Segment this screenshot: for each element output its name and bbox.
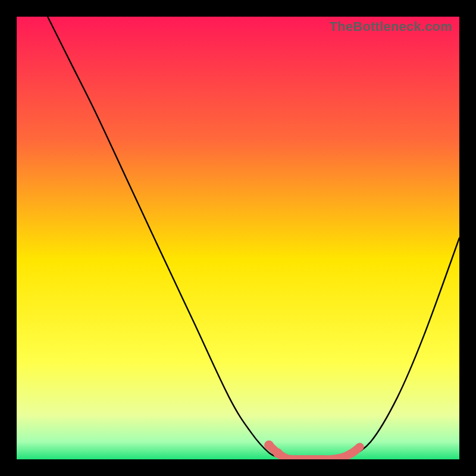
curve-left-segment <box>48 17 282 459</box>
highlight-markers <box>269 445 360 459</box>
plot-area: TheBottleneck.com <box>17 17 459 459</box>
highlight-dot <box>273 449 283 458</box>
highlight-dot <box>264 440 274 450</box>
chart-frame: TheBottleneck.com <box>0 0 476 476</box>
curve-layer <box>17 17 459 459</box>
watermark-text: TheBottleneck.com <box>330 19 452 35</box>
curve-right-segment <box>349 238 459 457</box>
